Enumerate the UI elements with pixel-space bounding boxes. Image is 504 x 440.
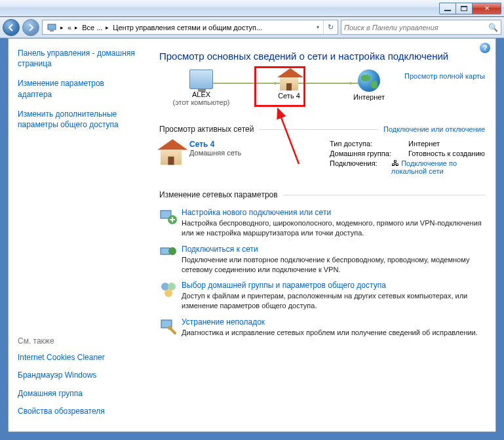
prop-key: Тип доступа: (330, 140, 408, 148)
sidebar-sharing[interactable]: Изменить дополнительные параметры общего… (18, 109, 137, 130)
node-sublabel: (этот компьютер) (168, 98, 234, 106)
address-dropdown[interactable]: ▾ (313, 24, 323, 30)
connect-disconnect-link[interactable]: Подключение или отключение (383, 125, 485, 133)
lan-icon: 🖧 (391, 159, 401, 168)
svg-point-11 (168, 326, 172, 330)
task-troubleshoot: Устранение неполадокДиагностика и исправ… (159, 317, 485, 340)
see-also-browser[interactable]: Свойства обозревателя (18, 406, 137, 416)
sidebar: Панель управления - домашняя страница Из… (9, 39, 144, 431)
task-link[interactable]: Настройка нового подключения или сети (182, 208, 331, 217)
close-button[interactable]: ✕ (472, 3, 501, 14)
monitor-icon (189, 70, 213, 89)
network-props: Тип доступа:Интернет Домашняя группа:Гот… (330, 140, 485, 177)
main-content: Просмотр основных сведений о сети и наст… (144, 39, 495, 431)
full-map-link[interactable]: Просмотр полной карты (404, 72, 485, 80)
see-also-homegroup[interactable]: Домашняя группа (18, 388, 137, 399)
prop-key: Домашняя группа: (330, 150, 408, 157)
task-desc: Диагностика и исправление сетевых пробле… (182, 328, 478, 338)
active-networks-header: Просмотр активных сетей Подключение или … (159, 125, 485, 136)
node-network[interactable]: Сеть 4 (256, 70, 322, 100)
task-link[interactable]: Подключиться к сети (182, 245, 258, 254)
task-connect: Подключиться к сетиПодключение или повто… (159, 245, 485, 275)
svg-rect-1 (50, 30, 54, 31)
change-settings-header: Изменение сетевых параметров (159, 190, 485, 201)
search-icon: 🔍 (488, 23, 498, 32)
new-connection-icon (159, 208, 182, 238)
crumb-all[interactable]: Все ... (78, 20, 104, 34)
page-title: Просмотр основных сведений о сети и наст… (159, 50, 485, 62)
node-internet[interactable]: Интернет (336, 70, 402, 101)
node-this-pc[interactable]: ALEX (этот компьютер) (168, 70, 234, 106)
task-new-connection: Настройка нового подключения или сетиНас… (159, 208, 485, 238)
task-list: Настройка нового подключения или сетиНас… (159, 208, 485, 340)
prop-val: Интернет (408, 140, 440, 148)
network-name-link[interactable]: Сеть 4 (189, 140, 214, 149)
refresh-button[interactable]: ↻ (323, 20, 338, 34)
address-bar[interactable]: ▸ « ▸ Все ... ▸ Центр управления сетями … (42, 20, 338, 35)
network-map: Просмотр полной карты ALEX (этот компьют… (159, 70, 485, 122)
search-box[interactable]: 🔍 (341, 20, 501, 35)
chevron-icon: ▸ (73, 24, 78, 31)
section-label: Просмотр активных сетей (159, 125, 254, 134)
network-type: Домашняя сеть (189, 149, 241, 157)
task-link[interactable]: Выбор домашней группы и параметров общег… (182, 281, 386, 290)
prop-key: Подключения: (330, 159, 391, 175)
chevron-icon: ▸ (104, 24, 109, 31)
svg-point-6 (168, 247, 176, 255)
task-desc: Доступ к файлам и принтерам, расположенн… (182, 291, 485, 311)
homegroup-link[interactable]: Готовность к созданию (408, 150, 485, 157)
minimize-button[interactable] (439, 3, 456, 14)
crumb-icon (43, 20, 58, 34)
section-label: Изменение сетевых параметров (159, 190, 278, 199)
task-homegroup: Выбор домашней группы и параметров общег… (159, 281, 485, 311)
svg-rect-0 (48, 24, 56, 30)
maximize-button[interactable] (456, 3, 473, 14)
globe-icon (358, 70, 380, 92)
active-network-row: Сеть 4 Домашняя сеть Тип доступа:Интерне… (159, 136, 485, 184)
see-also: См. также Internet Cookies Cleaner Бранд… (18, 336, 137, 424)
sidebar-home[interactable]: Панель управления - домашняя страница (18, 48, 137, 69)
homegroup-icon (159, 281, 182, 311)
house-icon (157, 141, 184, 165)
node-label: Интернет (336, 93, 402, 101)
svg-rect-5 (161, 248, 170, 254)
connect-icon (159, 245, 182, 275)
task-desc: Настройка беспроводного, широкополосного… (182, 218, 485, 238)
window-titlebar: ✕ (0, 0, 504, 17)
crumb-current[interactable]: Центр управления сетями и общим доступ..… (109, 20, 263, 34)
node-label: Сеть 4 (256, 92, 322, 100)
prop-val: 🖧 Подключение по локальной сети (391, 159, 485, 175)
nav-bar: ▸ « ▸ Все ... ▸ Центр управления сетями … (0, 17, 504, 38)
chevron-icon: ▸ (58, 24, 64, 31)
see-also-icc[interactable]: Internet Cookies Cleaner (18, 352, 137, 363)
troubleshoot-icon (159, 317, 182, 340)
connection-link[interactable]: Подключение по локальной сети (391, 159, 457, 175)
task-link[interactable]: Устранение неполадок (182, 317, 265, 327)
back-button[interactable] (3, 19, 20, 36)
svg-point-9 (165, 289, 172, 297)
task-desc: Подключение или повторное подключение к … (182, 255, 485, 275)
sidebar-adapter[interactable]: Изменение параметров адаптера (18, 78, 137, 99)
see-also-header: См. также (18, 336, 137, 346)
crumb-root[interactable]: « (64, 20, 73, 34)
search-input[interactable] (344, 24, 488, 31)
see-also-firewall[interactable]: Брандмауэр Windows (18, 370, 137, 380)
forward-button[interactable] (22, 19, 39, 36)
content-container: ? Панель управления - домашняя страница … (8, 38, 496, 432)
house-icon (277, 70, 301, 90)
